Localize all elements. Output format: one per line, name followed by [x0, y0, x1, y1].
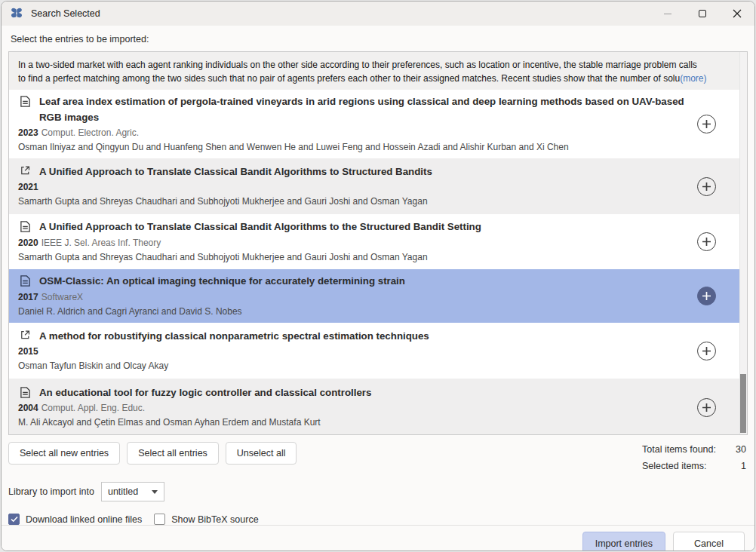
add-entry-button[interactable]	[697, 115, 716, 133]
abstract-text: to find a perfect matching among the two…	[18, 73, 680, 84]
maximize-icon	[699, 10, 706, 17]
add-entry-button[interactable]	[697, 398, 716, 417]
close-button[interactable]	[720, 2, 754, 26]
entries-list: In a two-sided market with each agent ra…	[8, 51, 748, 435]
entry-year: 2023	[18, 127, 38, 138]
add-entry-button[interactable]	[697, 287, 716, 305]
window-title: Search Selected	[31, 8, 100, 19]
jabref-logo-icon	[9, 6, 24, 21]
minimize-button[interactable]	[650, 2, 685, 26]
entry-title: OSM-Classic: An optical imaging techniqu…	[39, 274, 405, 290]
check-icon	[11, 516, 18, 523]
entry-year: 2020	[18, 238, 38, 248]
plus-icon	[702, 182, 711, 192]
external-link-icon	[20, 166, 31, 175]
more-link[interactable]: (more)	[680, 73, 706, 84]
entry-main: A method for robustifying classical nonp…	[18, 329, 688, 373]
entry-main: An educational tool for fuzzy logic cont…	[18, 385, 688, 429]
library-select-value: untitled	[108, 486, 138, 497]
download-linked-files-checkbox[interactable]	[8, 514, 20, 525]
article-icon	[20, 387, 31, 398]
cancel-button[interactable]: Cancel	[673, 532, 745, 552]
plus-icon	[702, 346, 711, 356]
entry-title: A Unified Approach to Translate Classica…	[39, 219, 481, 235]
entry-title: An educational tool for fuzzy logic cont…	[39, 385, 371, 401]
chevron-down-icon	[152, 490, 158, 494]
entry-row[interactable]: An educational tool for fuzzy logic cont…	[9, 379, 747, 435]
article-icon	[20, 275, 31, 287]
result-stats: Total items found: 30 Selected items: 1	[642, 444, 746, 471]
entry-row-selected[interactable]: OSM-Classic: An optical imaging techniqu…	[9, 269, 747, 323]
entry-authors: M. Ali Akcayol and Çetin Elmas and Osman…	[18, 416, 688, 429]
plus-icon	[702, 237, 711, 247]
entry-authors: Osman Tayfun Biskin and Olcay Akay	[18, 360, 688, 373]
search-selected-dialog: Search Selected Select the entries to be…	[1, 1, 755, 551]
scrollbar-track[interactable]	[739, 52, 747, 434]
add-entry-button[interactable]	[697, 232, 716, 251]
entry-title: A Unified Approach to Translate Classica…	[39, 164, 432, 180]
show-bibtex-source-label: Show BibTeX source	[171, 514, 258, 525]
plus-icon	[702, 119, 711, 129]
entry-journal: SoftwareX	[41, 292, 83, 302]
window-controls	[650, 2, 754, 26]
instruction-label: Select the entries to be imported:	[11, 34, 745, 44]
entry-title: A method for robustifying classical nonp…	[39, 329, 429, 345]
entry-row[interactable]: A Unified Approach to Translate Classica…	[9, 158, 747, 214]
close-icon	[733, 9, 742, 18]
scrollbar-thumb[interactable]	[740, 374, 746, 433]
selected-items-label: Selected items:	[642, 461, 716, 471]
import-entries-button[interactable]: Import entries	[582, 532, 665, 552]
entry-year: 2017	[18, 292, 38, 302]
entry-row[interactable]: A method for robustifying classical nonp…	[9, 323, 747, 379]
total-items-label: Total items found:	[642, 444, 716, 455]
entry-authors: Daniel R. Aldrich and Cagri Ayranci and …	[18, 305, 688, 318]
entry-row[interactable]: Leaf area index estimation of pergola-tr…	[9, 90, 747, 158]
library-label: Library to import into	[8, 486, 94, 497]
article-icon	[20, 96, 31, 107]
total-items-value: 30	[721, 444, 746, 455]
download-linked-files-label: Download linked online files	[26, 514, 142, 525]
external-link-icon	[20, 330, 31, 339]
entry-main: A Unified Approach to Translate Classica…	[18, 164, 688, 208]
dialog-content: Select the entries to be imported: In a …	[2, 26, 754, 525]
entry-authors: Samarth Gupta and Shreyas Chaudhari and …	[18, 251, 688, 264]
title-bar: Search Selected	[2, 2, 754, 26]
library-selector-row: Library to import into untitled	[8, 482, 748, 501]
abstract-preview: In a two-sided market with each agent ra…	[9, 52, 747, 90]
selection-controls: Select all new entries Select all entrie…	[8, 442, 748, 471]
entry-title: Leaf area index estimation of pergola-tr…	[39, 94, 688, 125]
article-icon	[20, 221, 31, 232]
entry-year: 2004	[18, 403, 38, 413]
entry-main: A Unified Approach to Translate Classica…	[18, 219, 688, 263]
add-entry-button[interactable]	[697, 342, 716, 360]
entry-journal: Comput. Appl. Eng. Educ.	[41, 403, 145, 413]
entry-year: 2021	[18, 182, 38, 192]
plus-icon	[702, 403, 711, 412]
select-all-new-entries-button[interactable]: Select all new entries	[8, 442, 120, 465]
selected-items-value: 1	[721, 461, 746, 471]
entry-authors: Osman Ilniyaz and Qingyun Du and Huanfen…	[18, 141, 688, 154]
entry-journal: Comput. Electron. Agric.	[41, 127, 139, 138]
add-entry-button[interactable]	[697, 177, 716, 196]
entry-main: OSM-Classic: An optical imaging techniqu…	[18, 274, 688, 317]
entry-year: 2015	[18, 346, 38, 357]
unselect-all-button[interactable]: Unselect all	[226, 442, 297, 465]
entry-journal: IEEE J. Sel. Areas Inf. Theory	[41, 238, 161, 248]
maximize-button[interactable]	[685, 2, 720, 26]
library-select[interactable]: untitled	[101, 482, 164, 501]
entry-main: Leaf area index estimation of pergola-tr…	[18, 94, 688, 154]
options-row: Download linked online files Show BibTeX…	[8, 514, 748, 525]
entry-row[interactable]: A Unified Approach to Translate Classica…	[9, 214, 747, 269]
footer-bar: Import entries Cancel	[2, 525, 754, 551]
minimize-icon	[664, 14, 671, 14]
show-bibtex-source-checkbox[interactable]	[154, 514, 165, 525]
abstract-text-line1: In a two-sided market with each agent ra…	[18, 58, 738, 72]
select-all-entries-button[interactable]: Select all entries	[127, 442, 219, 465]
plus-icon	[702, 291, 711, 301]
abstract-text-line2: to find a perfect matching among the two…	[18, 72, 738, 85]
entry-authors: Samarth Gupta and Shreyas Chaudhari and …	[18, 195, 688, 208]
